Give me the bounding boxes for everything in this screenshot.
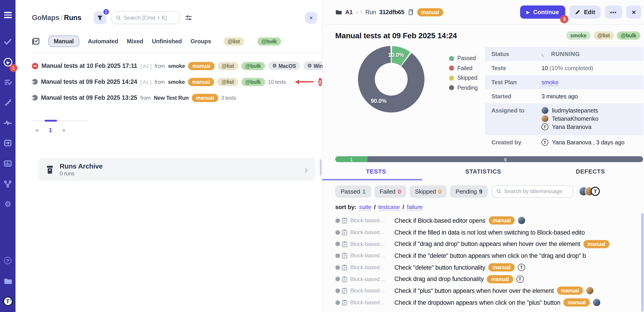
list-badge: @list — [218, 62, 238, 70]
run-source: smoke — [168, 63, 185, 69]
run-title: Manual tests at 09 Feb 2025 14:24 — [335, 32, 457, 40]
help-icon[interactable]: ? — [0, 257, 16, 264]
breadcrumb-suite[interactable]: A1 — [345, 9, 353, 16]
test-row[interactable]: Block-based… Check if the filled in data… — [322, 226, 644, 238]
copy-icon[interactable] — [408, 9, 414, 16]
tests-scrollbar[interactable] — [641, 213, 644, 312]
edit-button[interactable]: Edit — [569, 6, 600, 19]
tag-filter-bulk[interactable]: @bulk — [257, 37, 281, 45]
pagination-next[interactable]: » — [62, 126, 65, 134]
review-list-check-icon[interactable] — [0, 78, 16, 86]
manual-badge: manual — [557, 287, 583, 295]
tab-mixed[interactable]: Mixed — [127, 38, 143, 45]
milestones-steps-icon[interactable] — [0, 98, 16, 106]
continue-button[interactable]: ▶ Continue 3 — [520, 6, 566, 19]
run-ref: [ A1 ] — [140, 63, 152, 68]
test-row[interactable]: Block-based… Check if the "delete" butto… — [322, 250, 644, 262]
projects-folder-icon[interactable] — [0, 278, 16, 285]
activity-pulse-icon[interactable] — [0, 118, 16, 126]
test-status-dot — [336, 300, 340, 304]
list-badge: @list — [218, 78, 238, 86]
run-info-table: StatusRUNNING Tests10 (10% completed) Te… — [485, 47, 644, 151]
project-name[interactable]: GoMaps — [32, 14, 60, 22]
sort-by-testcase[interactable]: testcase — [378, 203, 400, 211]
run-row[interactable]: Manual tests at 10 Feb 2025 17:11 [ A1 ]… — [32, 58, 322, 74]
assignee-avatars[interactable]: T — [579, 187, 600, 196]
search-input[interactable] — [124, 14, 175, 21]
sort-by-suite[interactable]: suite — [359, 203, 371, 211]
manual-badge: manual — [417, 8, 444, 16]
filter-failed[interactable]: Failed0 — [374, 185, 406, 198]
tests-search-input[interactable] — [504, 188, 568, 194]
run-details-panel: A1 › • Run 312dfb65 manual ▶ Continue 3 … — [322, 0, 644, 312]
play-icon: ▶ — [526, 10, 530, 14]
filter-pending[interactable]: Pending9 — [450, 185, 488, 198]
status-badge: RUNNING — [551, 50, 580, 58]
run-row[interactable]: Manual tests at 09 Feb 2025 13:25 from N… — [32, 90, 322, 106]
tag-filter-list[interactable]: @list — [224, 37, 244, 45]
search-icon — [116, 15, 121, 20]
manual-badge: manual — [487, 275, 513, 283]
close-panel-button[interactable]: × — [305, 12, 317, 24]
hamburger-menu-icon[interactable] — [0, 12, 16, 18]
legend-pending-dot — [449, 85, 454, 90]
reports-chart-icon[interactable] — [0, 160, 16, 168]
test-row[interactable]: Block-based… Check if the dropdown appea… — [322, 297, 644, 308]
test-plan-link[interactable]: smoke — [542, 79, 558, 86]
test-status-dot — [336, 265, 340, 270]
more-actions-button[interactable]: ••• — [604, 6, 622, 19]
run-row[interactable]: Manual tests at 09 Feb 2025 14:24 [ A1 ]… — [32, 74, 322, 90]
left-panel-scrollbar[interactable] — [320, 160, 322, 176]
run-status-in-progress-icon — [32, 95, 38, 101]
funnel-icon — [97, 15, 103, 21]
bulk-badge: @bulk — [241, 78, 265, 86]
tab-statistics[interactable]: STATISTICS — [430, 168, 537, 175]
page-title: Runs — [64, 14, 81, 22]
tab-unfinished[interactable]: Unfinished — [152, 38, 182, 45]
clipboard-icon — [342, 299, 348, 306]
adjustments-icon[interactable] — [185, 14, 192, 22]
avatar: T — [542, 124, 548, 130]
close-details-button[interactable]: × — [626, 6, 641, 19]
runs-archive-card[interactable]: Runs Archive 0 runs › — [38, 158, 316, 181]
legend-failed-dot — [449, 66, 454, 70]
run-title: Manual tests at 10 Feb 2025 17:11 — [42, 62, 137, 69]
tab-automated[interactable]: Automated — [88, 38, 118, 45]
results-donut-chart: 10.0% 90.0% — [358, 46, 424, 112]
pagination-prev[interactable]: « — [36, 126, 39, 134]
test-row[interactable]: Block-based… Check if Block-based editor… — [322, 215, 644, 226]
test-row[interactable]: Block-based… Check if "drag and drop" bu… — [322, 238, 644, 250]
annotation-arrow-2 — [294, 80, 314, 84]
tag-smoke[interactable]: smoke — [566, 32, 590, 40]
filter-button[interactable]: 1 — [94, 12, 106, 24]
tests-search[interactable] — [492, 185, 573, 198]
settings-gear-icon[interactable]: ⚙ — [0, 200, 16, 208]
sign-in-icon[interactable] — [0, 139, 16, 147]
result-filters: Passed1 Failed0 Skipped0 Pending9 T — [335, 185, 642, 198]
filter-skipped[interactable]: Skipped0 — [410, 185, 447, 198]
clipboard-icon — [342, 241, 348, 247]
tab-defects[interactable]: DEFECTS — [537, 168, 644, 175]
avatar: T — [591, 187, 600, 196]
test-row[interactable]: Block-based… Check if "plus" button appe… — [322, 285, 644, 296]
details-tabs: TESTS STATISTICS DEFECTS — [322, 168, 644, 175]
tag-list[interactable]: @list — [594, 32, 614, 40]
test-row[interactable]: Block-based… Check drag and drop functio… — [322, 273, 644, 285]
user-avatar[interactable]: T — [0, 296, 16, 306]
tab-manual[interactable]: Manual — [48, 36, 79, 47]
select-runs-icon[interactable] — [32, 37, 40, 45]
gear-icon: ⚙ — [272, 63, 277, 69]
testcases-check-icon[interactable] — [0, 37, 16, 46]
tag-bulk[interactable]: @bulk — [617, 32, 640, 40]
integrations-branch-icon[interactable] — [0, 180, 16, 188]
tab-tests[interactable]: TESTS — [322, 168, 430, 175]
test-row[interactable]: Block-based… Check "delete" button funct… — [322, 262, 644, 273]
manual-badge: manual — [584, 240, 610, 248]
chart-legend: Passed Failed Skipped Pending — [449, 55, 478, 151]
filter-passed[interactable]: Passed1 — [335, 185, 371, 198]
pagination-page-1[interactable]: 1 — [49, 126, 52, 134]
sort-by-failure[interactable]: failure — [407, 203, 423, 211]
manual-badge: manual — [188, 62, 214, 70]
tab-groups[interactable]: Groups — [190, 38, 211, 45]
runs-search[interactable] — [111, 12, 180, 24]
